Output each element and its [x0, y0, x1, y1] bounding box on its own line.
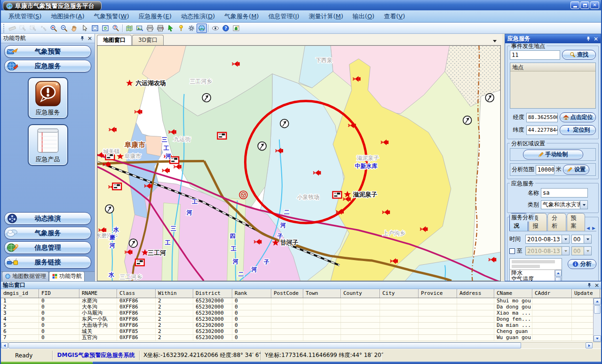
longitude-input[interactable]: 88.36255063	[526, 113, 558, 122]
service-type-select[interactable]: 气象和洪水灾害	[541, 200, 588, 209]
scroll-up-icon[interactable]	[555, 270, 562, 277]
scroll-down-icon[interactable]	[594, 335, 601, 342]
identify-icon[interactable]: ?	[111, 24, 121, 33]
bottom-tab-功能导航[interactable]: 功能导航	[49, 271, 85, 281]
map-layers-icon[interactable]	[124, 24, 135, 33]
station-marker[interactable]	[105, 205, 114, 213]
flag-marker[interactable]	[217, 133, 226, 139]
left-panel-close-icon[interactable]: ✕	[87, 35, 92, 42]
nav-item-气象服务[interactable]: 气象服务	[4, 227, 91, 239]
table-horizontal-scrollbar[interactable]	[1, 342, 601, 348]
map-tab-3D窗口[interactable]: 3D窗口	[132, 35, 164, 45]
element-list-scrollbar[interactable]	[554, 270, 562, 281]
menu-item-应急服务[interactable]: 应急服务(E)	[134, 12, 176, 21]
pin-icon[interactable]	[587, 283, 592, 288]
select-area-icon[interactable]	[17, 24, 28, 33]
menu-item-气象服务[interactable]: 气象服务(M)	[220, 12, 263, 21]
settings-gear-icon[interactable]	[186, 24, 197, 33]
menu-item-测量计算[interactable]: 测量计算(M)	[304, 12, 348, 21]
pin-icon[interactable]	[586, 36, 591, 41]
map-canvas[interactable]: 六运湖农场三工河乡下西泉九运街阜康市城关镇阜康市水磨沟乡三工河三工河乡小泉牧场上…	[97, 45, 501, 281]
latitude-input[interactable]: 44.22778446	[526, 126, 558, 135]
location-results-list[interactable]: 地点	[510, 63, 596, 109]
column-header-FID[interactable]: FID	[39, 289, 79, 298]
table-row[interactable]: 40东风一小队0XFF8626523020000Dong fen...	[1, 317, 601, 323]
table-row[interactable]: 30小马厩沟0XFF8626523020000Xiao ma ...	[1, 310, 601, 317]
menu-item-查看[interactable]: 查看(V)	[379, 12, 410, 21]
station-marker[interactable]	[202, 94, 211, 102]
column-header-County[interactable]: County	[341, 289, 380, 298]
column-header-CAddr[interactable]: CAddr	[532, 289, 572, 298]
nav-item-信息管理[interactable]: 信息管理	[4, 241, 91, 254]
menu-item-输出[interactable]: 输出(O)	[348, 12, 379, 21]
measure-icon[interactable]	[7, 24, 17, 33]
tab-scroll-right-icon[interactable]: ▶	[591, 225, 596, 231]
flag-marker[interactable]	[333, 191, 341, 198]
table-vertical-scrollbar[interactable]	[593, 298, 601, 342]
tab-scroll-left-icon[interactable]: ◀	[586, 225, 591, 231]
element-list[interactable]: 降水空气温度	[509, 258, 562, 281]
table-row[interactable]: 10水磨沟0XFF8626523020000Shui mo gou	[1, 298, 601, 304]
column-header-City[interactable]: City	[380, 289, 419, 298]
nav-item-服务链接[interactable]: 服务链接	[4, 256, 91, 269]
service-name-input[interactable]: sa	[541, 188, 588, 198]
flag-marker[interactable]	[170, 157, 179, 164]
nav-item-应急服务[interactable]: 应急服务	[4, 60, 91, 72]
menu-item-地图操作[interactable]: 地图操作(A)	[46, 12, 89, 21]
nav-item-气象预警[interactable]: 气象预警	[4, 45, 91, 58]
toolbar-grip[interactable]	[3, 24, 6, 32]
select-point-icon[interactable]	[38, 24, 48, 33]
table-row[interactable]: 60城关0XFF8526523020000Cheng guan	[1, 329, 601, 335]
menu-item-气象预警[interactable]: 气象预警(W)	[89, 12, 134, 21]
date-select[interactable]: 2010-08-13	[525, 235, 570, 244]
bottom-tab-地图数据管理[interactable]: 地图数据管理	[2, 271, 49, 281]
zoom-out-icon[interactable]	[59, 24, 69, 33]
column-header-Address[interactable]: Address	[457, 289, 494, 298]
station-marker[interactable]	[258, 142, 266, 150]
maximize-button[interactable]	[580, 1, 589, 9]
full-extent-icon[interactable]	[90, 24, 100, 33]
menu-item-信息管理[interactable]: 信息管理(I)	[263, 12, 304, 21]
chevron-down-icon[interactable]	[580, 201, 587, 209]
refresh-icon[interactable]	[100, 24, 111, 33]
analysis-tab-预案[interactable]: 预案	[567, 213, 586, 231]
station-marker[interactable]	[463, 116, 472, 125]
zoom-in-icon[interactable]	[48, 24, 59, 33]
hour-to-select[interactable]: 00	[571, 246, 592, 255]
pan-hand-icon[interactable]	[69, 24, 79, 33]
station-marker[interactable]	[280, 119, 289, 128]
placemark-icon[interactable]	[176, 24, 186, 33]
map-tab-dropdown-icon[interactable]	[491, 38, 498, 44]
menu-item-动态推演[interactable]: 动态推演(D)	[176, 12, 220, 21]
print-color-icon[interactable]	[155, 24, 166, 33]
map-tab-地图窗口[interactable]: 地图窗口	[97, 35, 132, 45]
flag-marker[interactable]	[135, 259, 144, 266]
select-feature-icon[interactable]	[166, 24, 176, 33]
scrollbar-thumb[interactable]	[594, 305, 601, 314]
column-header-dmgis_id[interactable]: dmgis_id	[1, 289, 39, 298]
element-list-item[interactable]: 空气温度	[510, 276, 562, 281]
output-close-icon[interactable]: ✕	[594, 282, 599, 289]
globe-icon[interactable]	[197, 24, 207, 33]
column-header-CName[interactable]: CName	[494, 289, 532, 298]
range-input[interactable]: 10000	[536, 165, 554, 174]
minimize-button[interactable]	[570, 1, 579, 9]
list-column-header[interactable]: 地点	[510, 63, 595, 71]
legend-icon[interactable]	[231, 24, 241, 33]
table-row[interactable]: 70五官沟0XFF8626523020000Wu guan gou	[1, 335, 601, 341]
scroll-up-icon[interactable]	[594, 298, 601, 305]
station-marker[interactable]	[129, 239, 137, 247]
manual-draw-button[interactable]: 手动绘制	[523, 150, 583, 159]
eye-icon[interactable]	[210, 24, 221, 33]
locate-to-button[interactable]: 定位到	[560, 125, 596, 135]
scroll-left-icon[interactable]	[1, 342, 8, 348]
right-panel-close-icon[interactable]: ✕	[594, 36, 598, 42]
station-marker[interactable]	[485, 94, 494, 102]
to-date-checkbox[interactable]	[509, 248, 515, 254]
big-button-应急产品[interactable]: 应急产品	[28, 124, 68, 166]
analyze-button[interactable]: 分析	[568, 259, 596, 269]
click-locate-button[interactable]: 点击定位	[560, 112, 596, 122]
set-range-button[interactable]: 设置	[563, 165, 589, 174]
close-button[interactable]: ✕	[590, 1, 599, 9]
column-header-Rank[interactable]: Rank	[232, 289, 271, 298]
